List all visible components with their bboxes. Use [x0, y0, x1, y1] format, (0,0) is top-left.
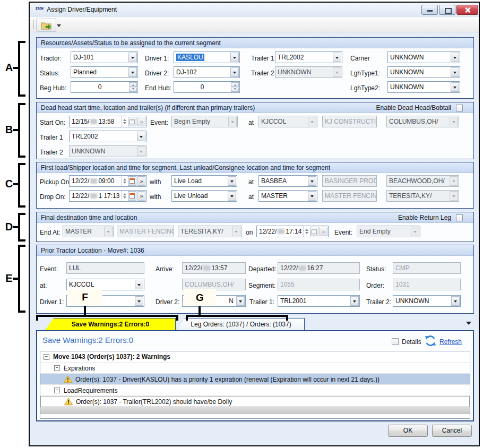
drop-code-combo[interactable]: MASTER [258, 190, 317, 202]
redacted-year [203, 265, 210, 271]
close-button[interactable] [456, 5, 478, 15]
enable-deadhead-label: Enable Dead Head/Bobtail [376, 102, 451, 114]
annotation-dash [13, 67, 18, 69]
ok-button[interactable]: OK [388, 425, 428, 437]
pickup-on-value: 12/22/09:00 [70, 176, 121, 186]
enable-return-leg-checkbox[interactable] [456, 214, 463, 221]
collapse-icon[interactable]: − [44, 354, 49, 360]
bracket-arm [18, 239, 25, 242]
tab-leg-orders[interactable]: Leg Orders: (1037) / Orders: (1037) [177, 318, 305, 330]
spin-buttons[interactable] [303, 226, 309, 237]
dropdown-button[interactable] [308, 191, 316, 201]
annotation-bracket-f [36, 315, 178, 317]
dropdown-button[interactable] [128, 67, 137, 77]
driver1-label: Driver 1: [145, 53, 169, 64]
tree-row-warning-expiration[interactable]: Order(s): 1037 - Driver(KASLOU) has a pr… [40, 374, 470, 385]
dropdown-button[interactable] [451, 296, 460, 306]
expand-datetime-button[interactable]: » [137, 117, 145, 126]
driver2-combo[interactable]: DJ-102 [174, 66, 240, 78]
dropdown-button[interactable] [230, 53, 239, 62]
carrier-combo[interactable]: UNKNOWN [387, 51, 460, 63]
driver1-combo[interactable]: KASLOU [174, 51, 240, 63]
dropdown-button[interactable] [128, 53, 137, 62]
end-at-label: End At: [40, 227, 61, 238]
dropdown-button[interactable] [137, 132, 145, 141]
minimize-button[interactable] [421, 5, 438, 15]
dropdown-button[interactable] [333, 53, 341, 62]
lghtype1-combo[interactable]: UNKNOWN [387, 66, 460, 78]
details-label: Details [402, 337, 421, 348]
spin-buttons[interactable] [121, 191, 127, 201]
dropdown-button[interactable] [230, 67, 239, 77]
open-move-button[interactable] [36, 19, 56, 32]
lghtype2-label: LghType2: [350, 83, 380, 94]
spin-buttons[interactable] [231, 82, 239, 92]
pickup-type-combo[interactable]: Live Load [171, 175, 237, 187]
tree-row-loadrequirements[interactable]: − LoadRequirements [40, 385, 470, 396]
dropdown-button[interactable] [236, 296, 245, 306]
spin-buttons[interactable] [121, 176, 127, 186]
calendar-icon [130, 119, 135, 124]
spin-buttons[interactable] [121, 116, 127, 127]
dh-trailer1-combo[interactable]: TRL2002 [69, 131, 146, 142]
window-title: Assign Driver/Equipment [47, 6, 117, 13]
drop-on-value: 12/22/1 17:13 [70, 191, 121, 201]
drop-type-combo[interactable]: Live Unload [171, 190, 237, 202]
drop-on-datetime[interactable]: 12/22/1 17:13 » [69, 190, 146, 202]
lghtype2-combo[interactable]: UNKNOWN [387, 81, 460, 93]
dropdown-button[interactable] [451, 53, 459, 62]
collapse-icon[interactable]: − [54, 387, 60, 393]
pickup-on-datetime[interactable]: 12/22/09:00 » [69, 175, 146, 187]
refresh-link[interactable]: Refresh [439, 337, 462, 348]
tree-row-warning-dolly[interactable]: Order(s): 1037 - Trailer(TRL2002) should… [40, 396, 470, 407]
details-checkbox[interactable] [392, 338, 399, 345]
bracket-tick [186, 315, 188, 321]
driver1-value-selected: KASLOU [176, 54, 204, 61]
dropdown-button[interactable] [228, 176, 236, 186]
dropdown-button[interactable] [135, 296, 143, 306]
end-datetime[interactable]: 12/22/17:14 » [256, 226, 329, 237]
dropdown-button[interactable] [308, 176, 316, 186]
tree-row-move[interactable]: − Move 1043 (Order(s) 1037): 2 Warnings [40, 351, 470, 363]
pickup-code-combo[interactable]: BASBEA [258, 175, 317, 187]
cancel-button[interactable]: Cancel [432, 425, 472, 437]
carrier-label: Carrier [350, 53, 370, 64]
maximize-icon [445, 8, 452, 14]
dropdown-button[interactable] [451, 82, 459, 92]
dropdown-button [450, 176, 458, 186]
status-combo[interactable]: Planned [71, 66, 138, 78]
dropdown-button[interactable] [135, 280, 143, 289]
tab-overflow-caret-icon[interactable] [466, 322, 471, 328]
group-resources-header: Resources/Assets/Status to be assigned t… [37, 38, 473, 48]
enable-deadhead-checkbox[interactable] [456, 105, 463, 111]
calendar-button[interactable] [310, 227, 318, 236]
carrier-value: UNKNOWN [388, 52, 450, 63]
refresh-icon[interactable] [424, 335, 437, 347]
prior-trailer2-combo[interactable]: UNKNOWN [393, 295, 461, 307]
calendar-button[interactable] [128, 117, 136, 126]
trailer1-combo[interactable]: TRL2002 [275, 51, 342, 63]
expand-datetime-button[interactable]: » [320, 227, 327, 236]
toolbar-dropdown-caret[interactable] [57, 24, 61, 29]
dropdown-button[interactable] [350, 296, 359, 306]
expand-datetime-button[interactable]: » [137, 191, 145, 201]
prior-trailer1-combo[interactable]: TRL2001 [278, 295, 360, 307]
endhub-spinner[interactable]: 0 [174, 81, 240, 93]
tractor-combo[interactable]: DJ-101 [71, 51, 138, 63]
trailer2-value: UNKNOWN [275, 67, 332, 77]
collapse-icon[interactable]: − [54, 365, 60, 371]
start-on-datetime[interactable]: 12/15/13:58 » [69, 116, 146, 127]
dropdown-button[interactable] [228, 191, 236, 201]
beghub-spinner[interactable]: 0 [71, 81, 138, 93]
calendar-button[interactable] [128, 176, 136, 186]
spin-buttons[interactable] [129, 82, 137, 92]
expand-datetime-button[interactable]: » [137, 176, 145, 186]
dropdown-button[interactable] [451, 67, 459, 77]
tab-save-warnings[interactable]: Save Warnings:2 Errors:0 [45, 318, 176, 330]
drop-on-label: Drop On: [40, 192, 66, 203]
drop-city-combo: TERESITA,KY/ [386, 190, 459, 202]
calendar-button[interactable] [128, 191, 136, 201]
tree-row-expirations[interactable]: − Expirations [40, 363, 470, 374]
drop-type-value: Live Unload [172, 191, 227, 201]
maximize-button[interactable] [439, 5, 455, 15]
